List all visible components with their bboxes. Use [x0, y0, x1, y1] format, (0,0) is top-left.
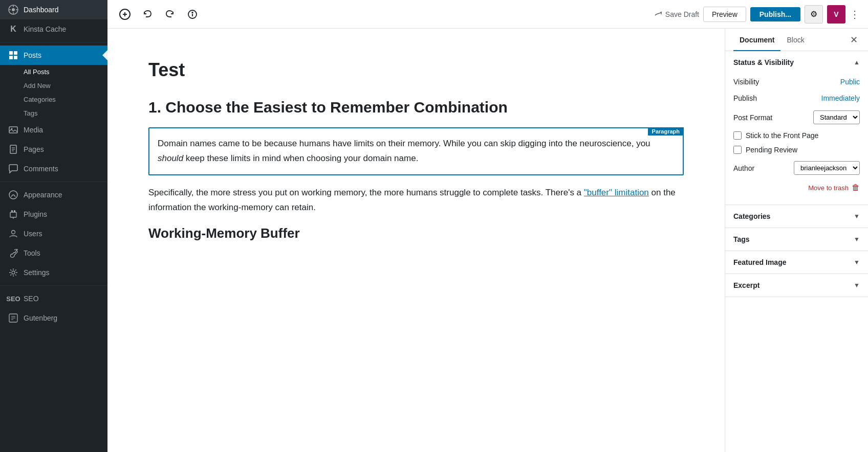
sidebar-item-kinsta[interactable]: K Kinsta Cache: [0, 19, 107, 39]
post-format-select[interactable]: Standard Aside Image Video Quote Link Ga…: [813, 110, 860, 124]
post-format-row: Post Format Standard Aside Image Video Q…: [733, 106, 860, 128]
toolbar-right: Save Draft Preview Publish... ⚙ V ⋮: [654, 5, 860, 24]
paragraph-block[interactable]: Paragraph Domain names came to be becaus…: [148, 127, 684, 175]
visibility-label: Visibility: [733, 78, 759, 86]
right-panel: Document Block ✕ Status & Visibility ▲ V…: [725, 29, 868, 452]
sidebar-item-tools[interactable]: Tools: [0, 243, 107, 263]
settings-gear-button[interactable]: ⚙: [805, 5, 823, 24]
comments-icon: [8, 164, 18, 174]
save-draft-button[interactable]: Save Draft: [654, 10, 699, 18]
tools-icon: [8, 248, 18, 258]
divider2: [0, 182, 107, 182]
sidebar-item-posts[interactable]: Posts: [0, 46, 107, 65]
sidebar-item-users[interactable]: Users: [0, 224, 107, 243]
tags-header[interactable]: Tags ▼: [725, 228, 868, 251]
heading-2: Working-Memory Buffer: [148, 225, 684, 241]
publish-button[interactable]: Publish...: [750, 7, 800, 21]
stick-frontpage-checkbox[interactable]: [733, 131, 742, 140]
move-to-trash-link[interactable]: Move to trash: [808, 184, 849, 192]
tab-document[interactable]: Document: [733, 29, 780, 51]
svg-point-18: [12, 271, 15, 274]
add-block-button[interactable]: [116, 5, 134, 24]
status-visibility-title: Status & Visibility: [733, 58, 794, 66]
pending-review-row: Pending Review: [733, 143, 860, 157]
excerpt-chevron: ▼: [854, 282, 860, 289]
sidebar: Dashboard K Kinsta Cache Posts All Posts…: [0, 0, 107, 452]
divider: [0, 42, 107, 42]
redo-button[interactable]: [161, 5, 179, 24]
publish-value[interactable]: Immediately: [821, 94, 860, 102]
appearance-icon: [8, 190, 18, 200]
panel-tabs: Document Block ✕: [725, 29, 868, 51]
users-label: Users: [24, 230, 42, 238]
sidebar-item-settings[interactable]: Settings: [0, 263, 107, 282]
buffer-link[interactable]: "buffer" limitation: [584, 188, 649, 197]
info-button[interactable]: [183, 5, 202, 24]
editor-content[interactable]: Test 1. Choose the Easiest to Remember C…: [107, 29, 725, 452]
sidebar-item-media[interactable]: Media: [0, 120, 107, 140]
seo-icon: SEO: [8, 293, 18, 304]
posts-icon: [8, 50, 18, 60]
categories-title: Categories: [733, 212, 770, 220]
yoast-button[interactable]: V: [827, 5, 845, 24]
tools-label: Tools: [24, 249, 40, 257]
pending-review-checkbox[interactable]: [733, 146, 742, 154]
paragraph-plain: Specifically, the more stress you put on…: [148, 186, 684, 215]
media-icon: [8, 125, 18, 135]
visibility-value[interactable]: Public: [840, 78, 860, 86]
more-icon: ⋮: [850, 9, 860, 20]
more-options-button[interactable]: ⋮: [850, 8, 860, 20]
author-label: Author: [733, 164, 754, 172]
sidebar-subitem-add-new[interactable]: Add New: [0, 79, 107, 93]
sidebar-item-plugins[interactable]: Plugins: [0, 205, 107, 224]
sidebar-item-gutenberg[interactable]: Gutenberg: [0, 308, 107, 328]
publish-label: Publish: [733, 94, 757, 102]
tags-section: Tags ▼: [725, 228, 868, 251]
tags-title: Tags: [733, 235, 750, 243]
sidebar-item-seo[interactable]: SEO SEO: [0, 289, 107, 308]
yoast-icon: V: [834, 10, 838, 18]
paragraph-text: Domain names came to be because humans h…: [158, 137, 675, 166]
featured-image-header[interactable]: Featured Image ▼: [725, 251, 868, 274]
sidebar-item-pages[interactable]: Pages: [0, 140, 107, 159]
heading-1: 1. Choose the Easiest to Remember Combin…: [148, 97, 684, 117]
sidebar-subitem-all-posts[interactable]: All Posts: [0, 65, 107, 79]
post-title[interactable]: Test: [148, 59, 684, 81]
sidebar-subitem-tags[interactable]: Tags: [0, 106, 107, 120]
media-label: Media: [24, 126, 43, 134]
sidebar-subitem-categories[interactable]: Categories: [0, 93, 107, 106]
gutenberg-label: Gutenberg: [24, 314, 57, 322]
kinsta-label: Kinsta Cache: [24, 25, 66, 33]
categories-section: Categories ▼: [725, 205, 868, 228]
seo-label: SEO: [24, 295, 39, 303]
excerpt-header[interactable]: Excerpt ▼: [725, 274, 868, 297]
stick-frontpage-row: Stick to the Front Page: [733, 128, 860, 143]
settings-label: Settings: [24, 268, 50, 277]
categories-header[interactable]: Categories ▼: [725, 205, 868, 228]
comments-label: Comments: [24, 165, 58, 173]
sidebar-item-comments[interactable]: Comments: [0, 159, 107, 178]
tags-chevron: ▼: [854, 236, 860, 243]
pending-review-label: Pending Review: [746, 146, 797, 154]
sidebar-item-appearance[interactable]: Appearance: [0, 185, 107, 205]
status-visibility-header[interactable]: Status & Visibility ▲: [725, 51, 868, 74]
tab-block[interactable]: Block: [780, 29, 810, 51]
kinsta-icon: K: [8, 24, 18, 34]
panel-close-button[interactable]: ✕: [848, 32, 860, 48]
divider3: [0, 285, 107, 286]
settings-icon: [8, 267, 18, 278]
trash-icon[interactable]: 🗑: [852, 183, 860, 192]
appearance-label: Appearance: [24, 191, 62, 199]
sidebar-item-dashboard[interactable]: Dashboard: [0, 0, 107, 19]
undo-button[interactable]: [138, 5, 157, 24]
post-format-label: Post Format: [733, 114, 772, 122]
categories-chevron: ▼: [854, 213, 860, 220]
preview-button[interactable]: Preview: [703, 7, 746, 22]
svg-rect-3: [14, 51, 17, 55]
svg-point-1: [12, 8, 15, 11]
plugins-label: Plugins: [24, 210, 47, 218]
posts-label: Posts: [24, 51, 41, 59]
svg-point-17: [12, 231, 15, 234]
author-select[interactable]: brianleejackson: [794, 161, 860, 175]
publish-row: Publish Immediately: [733, 90, 860, 106]
